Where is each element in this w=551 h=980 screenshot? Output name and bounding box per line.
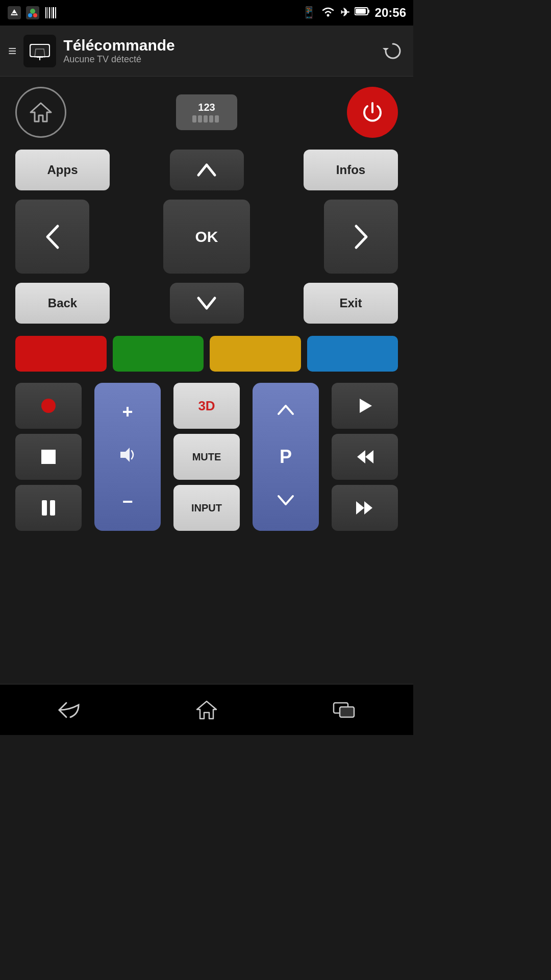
row-top: 123 bbox=[15, 87, 398, 138]
play-icon bbox=[356, 397, 374, 415]
volume-minus-icon: − bbox=[122, 491, 133, 512]
channel-column: P bbox=[253, 383, 319, 531]
back-nav-button[interactable] bbox=[48, 695, 89, 725]
infos-button[interactable]: Infos bbox=[304, 150, 398, 190]
header-text: Télécommande Aucune TV détecté bbox=[63, 37, 381, 65]
stop-button[interactable] bbox=[15, 434, 82, 480]
volume-plus-icon: + bbox=[122, 401, 133, 422]
rewind-icon bbox=[355, 449, 374, 464]
pause-icon bbox=[42, 500, 55, 516]
volume-down-button[interactable]: − bbox=[122, 491, 133, 512]
svg-rect-18 bbox=[31, 45, 49, 56]
status-left-icons bbox=[7, 6, 58, 20]
svg-marker-21 bbox=[383, 48, 389, 51]
app-title: Télécommande bbox=[63, 37, 381, 54]
svg-rect-8 bbox=[49, 7, 50, 18]
media-transport-left bbox=[15, 383, 82, 531]
green-button[interactable] bbox=[113, 336, 204, 372]
row-nav1: Apps Infos bbox=[15, 150, 398, 190]
channel-up-icon bbox=[277, 403, 295, 421]
remote-area: 123 Apps Infos bbox=[0, 77, 413, 541]
svg-point-4 bbox=[28, 13, 32, 17]
phone-icon: 📱 bbox=[302, 6, 316, 19]
svg-marker-32 bbox=[364, 501, 372, 514]
svg-marker-28 bbox=[360, 399, 372, 413]
svg-rect-11 bbox=[55, 7, 56, 18]
ok-button[interactable]: OK bbox=[163, 200, 250, 274]
svg-rect-9 bbox=[51, 7, 52, 18]
back-button[interactable]: Back bbox=[15, 283, 110, 324]
time-display: 20:56 bbox=[375, 6, 406, 20]
rewind-button[interactable] bbox=[332, 434, 398, 480]
down-button[interactable] bbox=[170, 283, 244, 324]
channel-down-button[interactable] bbox=[277, 493, 295, 511]
row-colors bbox=[15, 336, 398, 372]
row-nav3: Back Exit bbox=[15, 283, 398, 324]
channel-down-icon bbox=[277, 493, 295, 511]
blue-button[interactable] bbox=[307, 336, 398, 372]
svg-marker-30 bbox=[365, 450, 373, 463]
svg-rect-15 bbox=[356, 9, 366, 14]
svg-point-12 bbox=[327, 14, 329, 17]
3d-button[interactable]: 3D bbox=[173, 383, 240, 429]
bottom-navigation bbox=[0, 684, 413, 735]
pause-button[interactable] bbox=[15, 485, 82, 531]
svg-rect-14 bbox=[368, 10, 369, 13]
app-icon-2 bbox=[26, 6, 40, 20]
power-button[interactable] bbox=[347, 87, 398, 138]
channel-p-label: P bbox=[280, 446, 292, 468]
up-button[interactable] bbox=[170, 150, 244, 190]
svg-rect-1 bbox=[12, 13, 16, 14]
record-icon bbox=[41, 399, 56, 413]
stop-icon bbox=[41, 450, 56, 464]
svg-point-5 bbox=[33, 13, 37, 17]
media-transport-right bbox=[332, 383, 398, 531]
menu-icon[interactable]: ≡ bbox=[8, 43, 16, 59]
status-right-icons: 📱 ✈ 20:56 bbox=[302, 5, 406, 20]
recents-nav-button[interactable] bbox=[324, 695, 365, 725]
refresh-button[interactable] bbox=[381, 39, 405, 63]
media-center-controls: 3D MUTE INPUT bbox=[173, 383, 240, 531]
fastforward-icon bbox=[355, 500, 374, 516]
svg-rect-10 bbox=[53, 7, 54, 18]
fastforward-button[interactable] bbox=[332, 485, 398, 531]
input-button[interactable]: INPUT bbox=[173, 485, 240, 531]
left-button[interactable] bbox=[15, 200, 89, 274]
numpad-button[interactable]: 123 bbox=[176, 94, 237, 130]
app-logo bbox=[23, 35, 56, 67]
app-header: ≡ Télécommande Aucune TV détecté bbox=[0, 26, 413, 77]
svg-point-3 bbox=[30, 9, 35, 14]
svg-rect-24 bbox=[204, 115, 208, 122]
home-nav-button[interactable] bbox=[186, 695, 227, 725]
battery-icon bbox=[355, 6, 370, 19]
volume-speaker-icon bbox=[118, 446, 137, 468]
yellow-button[interactable] bbox=[210, 336, 301, 372]
mute-button[interactable]: MUTE bbox=[173, 434, 240, 480]
row-media: + − 3D MUTE INPUT bbox=[15, 383, 398, 531]
volume-column: + − bbox=[94, 383, 161, 531]
svg-rect-25 bbox=[209, 115, 213, 122]
play-button[interactable] bbox=[332, 383, 398, 429]
exit-button[interactable]: Exit bbox=[304, 283, 398, 324]
svg-rect-22 bbox=[192, 115, 196, 122]
channel-up-button[interactable] bbox=[277, 403, 295, 421]
airplane-icon: ✈ bbox=[340, 6, 349, 19]
right-button[interactable] bbox=[324, 200, 398, 274]
app-subtitle: Aucune TV détecté bbox=[63, 54, 381, 65]
svg-marker-27 bbox=[120, 448, 130, 462]
apps-button[interactable]: Apps bbox=[15, 150, 110, 190]
svg-marker-29 bbox=[357, 450, 365, 463]
home-button[interactable] bbox=[15, 87, 66, 138]
red-button[interactable] bbox=[15, 336, 107, 372]
svg-rect-23 bbox=[198, 115, 202, 122]
volume-up-button[interactable]: + bbox=[122, 401, 133, 423]
row-nav2: OK bbox=[15, 200, 398, 274]
svg-rect-26 bbox=[215, 115, 219, 122]
status-bar: 📱 ✈ 20:56 bbox=[0, 0, 413, 26]
app-icon-1 bbox=[7, 6, 21, 20]
svg-rect-7 bbox=[47, 7, 48, 18]
wifi-icon bbox=[321, 5, 335, 20]
record-button[interactable] bbox=[15, 383, 82, 429]
barcode-icon bbox=[44, 6, 58, 20]
svg-rect-6 bbox=[45, 7, 46, 18]
